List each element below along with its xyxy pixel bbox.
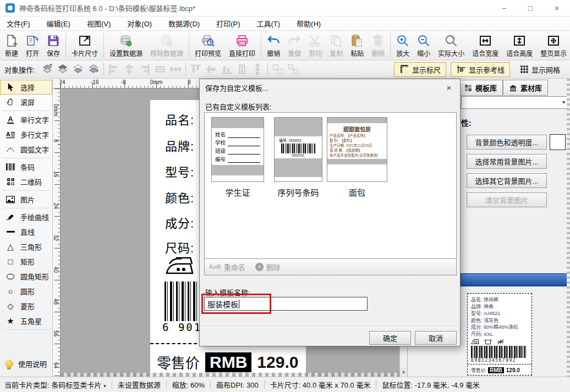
set-datasource-button[interactable]: 设置数据源 xyxy=(106,32,146,59)
help-button[interactable]: 使用说明 xyxy=(5,358,47,369)
tool-triangle[interactable]: △ 三角形 xyxy=(0,239,52,254)
minimize-button[interactable]: − xyxy=(491,0,517,16)
tool-rounded-rect[interactable]: 圆角矩形 xyxy=(0,269,52,284)
template-item-student-card[interactable]: 姓名 学校 班级 编号 学生证 xyxy=(211,117,264,198)
other-bg-image-button[interactable]: 选择其它背景图片... xyxy=(467,173,547,188)
tool-image[interactable]: 图片 xyxy=(0,192,52,207)
cancel-button[interactable]: 取消 xyxy=(415,331,457,345)
menu-object[interactable]: 对象(O) xyxy=(127,18,152,29)
menu-edit[interactable]: 编辑(E) xyxy=(47,18,70,29)
menu-print[interactable]: 打印(P) xyxy=(216,18,240,29)
price-row[interactable]: 零售价 RMB 129.0 xyxy=(157,352,298,372)
tool-pan[interactable]: 滚屏 xyxy=(0,95,52,109)
close-button[interactable]: × xyxy=(544,0,570,16)
paste-button[interactable]: 粘贴 xyxy=(347,32,368,59)
clear-bg-image-button[interactable]: 清空背景图片 xyxy=(467,192,547,207)
new-button[interactable]: 新建 xyxy=(1,32,22,59)
cut-button[interactable]: 剪切 xyxy=(305,32,326,59)
align-bottom-icon[interactable] xyxy=(219,62,234,76)
align-top-icon[interactable] xyxy=(188,62,204,76)
tab-material-library[interactable]: 素材库 xyxy=(503,80,548,96)
tool-star[interactable]: ★ 五角星 xyxy=(0,313,52,328)
template-item-bread[interactable]: 甜甜面包房 产品名称: 【产品名称】 配 料: 【配料】 生产日期: 2021年… xyxy=(327,117,387,198)
redo-button[interactable]: 重做 xyxy=(284,32,305,59)
field-brand[interactable]: 品牌: xyxy=(165,136,194,154)
tool-rectangle[interactable]: □ 矩形 xyxy=(0,254,52,269)
field-model[interactable]: 型号: xyxy=(165,162,194,180)
ungroup-icon[interactable] xyxy=(286,62,301,76)
undo-button[interactable]: 撤销 xyxy=(263,32,284,59)
bring-to-front-icon[interactable] xyxy=(40,62,55,76)
show-ruler-toggle[interactable]: 显示标尺 xyxy=(394,62,446,77)
ok-button[interactable]: 确定 xyxy=(369,331,411,345)
tool-select[interactable]: 选择 xyxy=(0,80,52,95)
dialog-title-bar[interactable]: 保存为自定义模板... × xyxy=(200,79,460,96)
show-guides-toggle[interactable]: 显示参考线 xyxy=(451,62,510,77)
h-spacing-icon[interactable] xyxy=(168,62,183,76)
menu-help[interactable]: 帮助(H) xyxy=(297,18,321,29)
scroll-down-icon[interactable]: ▾ xyxy=(400,368,407,376)
copy-button[interactable]: 粘贴 复制 xyxy=(326,32,347,59)
save-button[interactable]: 保存 xyxy=(43,32,64,59)
label-preview-card[interactable]: 品名: 休闲裤 品牌: 神奇 型号: AJ4521 颜色: 浅灰色 成分: 60… xyxy=(467,293,532,376)
align-right-icon[interactable] xyxy=(137,62,152,76)
tool-freehand-curve[interactable]: 手绘曲线 xyxy=(0,209,52,224)
section-header-bar[interactable] xyxy=(461,273,567,286)
tool-diamond[interactable]: ◇ 菱形 xyxy=(0,299,52,313)
whole-page-button[interactable]: 整页显示 xyxy=(536,32,570,59)
bg-color-swatch[interactable] xyxy=(550,134,566,150)
template-item-serial-barcode[interactable]: 编号: 000001 000001 序列号条码 xyxy=(274,117,322,198)
send-to-back-icon[interactable] xyxy=(55,62,70,76)
align-center-h-icon[interactable] xyxy=(122,62,137,76)
card-type-dropdown[interactable]: 当前卡片类型: 条码标签类卡片▾ xyxy=(4,379,112,390)
menu-tools[interactable]: 工具(T) xyxy=(256,18,280,29)
menu-datasource[interactable]: 数据源(D) xyxy=(168,18,200,29)
template-combo-box[interactable]: ▾ xyxy=(461,96,568,109)
open-button[interactable]: 打开 xyxy=(22,32,43,59)
tool-single-line-text[interactable]: A 单行文字 xyxy=(0,112,52,127)
field-size[interactable]: 尺码: xyxy=(165,238,194,256)
tool-qrcode[interactable]: 二维码 xyxy=(0,174,52,189)
common-bg-image-button[interactable]: 选择常用背景图片... xyxy=(467,154,547,169)
field-color[interactable]: 颜色: xyxy=(165,188,194,206)
template-name-input[interactable]: 服装模板 xyxy=(204,297,368,311)
iron-care-icon[interactable] xyxy=(165,256,194,277)
tool-circle[interactable]: ○ 圆形 xyxy=(0,284,52,299)
same-height-icon[interactable] xyxy=(234,62,250,76)
canvas-horizontal-scrollbar[interactable] xyxy=(61,373,399,377)
dialog-close-icon[interactable]: × xyxy=(438,79,460,96)
move-forward-icon[interactable] xyxy=(70,62,86,76)
same-width-icon[interactable] xyxy=(152,62,168,76)
show-grid-toggle[interactable]: 显示网格 xyxy=(514,62,566,77)
group-icon[interactable] xyxy=(270,62,286,76)
zoom-out-button[interactable]: 缩小 xyxy=(413,32,434,59)
delete-template-button[interactable]: × 删除 xyxy=(255,262,281,272)
template-list[interactable]: 姓名 学校 班级 编号 学生证 编号: 000001 000001 序列号条码 xyxy=(204,112,457,259)
actual-size-button[interactable]: 实际大小 xyxy=(434,32,468,59)
align-middle-icon[interactable] xyxy=(204,62,219,76)
move-backward-icon[interactable] xyxy=(86,62,101,76)
delete-button[interactable]: 删除 xyxy=(368,32,388,59)
tool-multi-line-text[interactable]: A 多行文字 xyxy=(0,127,52,142)
direct-print-button[interactable]: 直接打印 xyxy=(225,32,259,59)
field-material[interactable]: 成分: xyxy=(165,213,194,231)
tool-arc-text[interactable]: 圆弧文字 xyxy=(0,142,52,157)
tab-template-library[interactable]: 模板库 xyxy=(458,80,503,96)
remove-datasource-button[interactable]: 移除数据源 xyxy=(146,32,187,59)
field-product-name[interactable]: 品名: xyxy=(165,110,194,128)
menu-view[interactable]: 视图(V) xyxy=(87,18,111,29)
tool-barcode[interactable]: 条码 xyxy=(0,159,52,174)
bg-color-opacity-button[interactable]: 背景颜色和透明度... xyxy=(467,135,547,150)
print-preview-button[interactable]: 打印预览 xyxy=(191,32,225,59)
menu-file[interactable]: 文件(F) xyxy=(7,18,30,29)
zoom-in-button[interactable]: 放大 xyxy=(392,32,413,59)
tool-line[interactable]: 直线 xyxy=(0,224,52,239)
maximize-button[interactable]: □ xyxy=(517,0,544,16)
card-size-button[interactable]: 卡片尺寸 xyxy=(68,32,102,59)
align-left-icon[interactable] xyxy=(106,62,122,76)
fit-height-button[interactable]: 适合高度 xyxy=(502,32,536,59)
v-spacing-icon[interactable] xyxy=(250,62,265,76)
fit-width-button[interactable]: 适合宽度 xyxy=(468,32,502,59)
rename-template-button[interactable]: A⇄B 重命名 xyxy=(209,262,245,272)
panel-scrollbar[interactable] xyxy=(567,79,570,377)
